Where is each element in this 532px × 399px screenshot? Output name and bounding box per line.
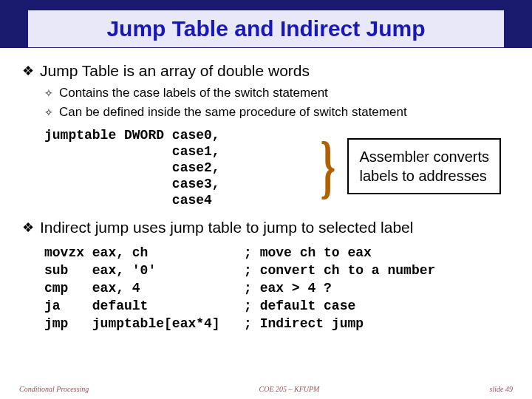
callout-box: Assembler convertslabels to addresses: [347, 138, 501, 194]
bullet-text: Indirect jump uses jump table to jump to…: [40, 219, 413, 236]
brace-icon: }: [320, 126, 335, 207]
footer-left: Conditional Processing: [19, 385, 89, 393]
footer-center: COE 205 – KFUPM: [259, 385, 320, 393]
brace-callout: }Assembler convertslabels to addresses: [314, 126, 501, 207]
code-text: jumptable DWORD case0, case1, case2, cas…: [44, 128, 220, 208]
bullet-main-1: ❖ Jump Table is an array of double words: [22, 62, 510, 80]
diamond-outline-icon: ✧: [44, 105, 53, 120]
code-block-asm: movzx eax, ch ; move ch to eax sub eax, …: [44, 244, 510, 332]
slide-title-bar: Jump Table and Indirect Jump: [28, 10, 504, 47]
callout-line: Assembler converts: [359, 147, 489, 166]
slide-title: Jump Table and Indirect Jump: [106, 16, 425, 41]
diamond-icon: ❖: [22, 219, 34, 236]
callout-line: labels to addresses: [359, 166, 489, 185]
bullet-sub-text: Can be defined inside the same procedure…: [59, 105, 407, 120]
bullet-text: Jump Table is an array of double words: [40, 62, 310, 80]
code-block-jumptable: jumptable DWORD case0, case1, case2, cas…: [44, 127, 510, 208]
bullet-sub-text: Contains the case labels of the switch s…: [59, 86, 328, 100]
bullet-sub-1: ✧ Contains the case labels of the switch…: [44, 86, 510, 100]
slide-footer: Conditional Processing COE 205 – KFUPM s…: [0, 385, 532, 393]
bullet-main-2: ❖ Indirect jump uses jump table to jump …: [22, 219, 510, 236]
slide-content: ❖ Jump Table is an array of double words…: [22, 58, 510, 332]
bullet-sub-2: ✧ Can be defined inside the same procedu…: [44, 105, 510, 120]
diamond-outline-icon: ✧: [44, 86, 53, 100]
diamond-icon: ❖: [22, 62, 34, 80]
footer-right: slide 49: [490, 385, 513, 393]
